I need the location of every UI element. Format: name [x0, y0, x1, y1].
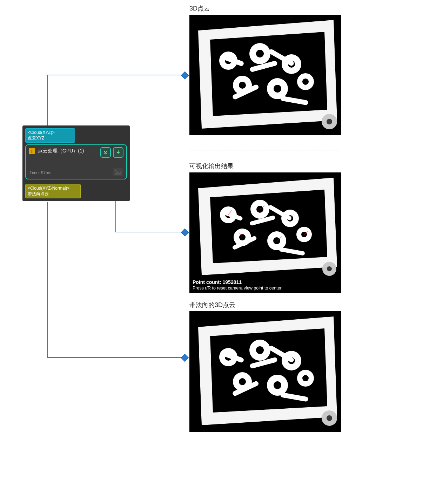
svg-point-9 — [256, 50, 264, 57]
output-port-type: <Cloud(XYZ-Normal)> — [28, 186, 78, 191]
connector-end-top — [181, 71, 189, 80]
connector-end-bottom — [181, 354, 189, 362]
svg-marker-27 — [210, 190, 327, 263]
connector-end-middle — [181, 229, 189, 237]
input-port-cloud-xyz[interactable]: <Cloud(XYZ)> 点云XYZ — [25, 128, 75, 143]
svg-point-15 — [274, 85, 281, 93]
output-port-label: 带法向点云 — [28, 191, 78, 197]
output-port-cloud-xyz-normal[interactable]: <Cloud(XYZ-Normal)> 带法向点云 — [25, 184, 81, 198]
operator-block[interactable]: ! 点云处理（GPU）(1) Time: 97ms — [25, 144, 127, 179]
svg-point-59 — [256, 346, 264, 354]
svg-point-63 — [239, 378, 246, 385]
svg-marker-55 — [210, 328, 327, 413]
svg-point-52 — [327, 266, 332, 271]
diagram-root: <Cloud(XYZ)> 点云XYZ ! 点云处理（GPU）(1) — [0, 0, 423, 504]
thumbnail-icon — [113, 168, 123, 176]
svg-point-65 — [274, 381, 281, 389]
pointcloud-view-with-normals[interactable] — [189, 311, 341, 432]
pointcloud-view-output[interactable]: Point count: 1952011 Press r/R to reset … — [189, 172, 341, 293]
operator-time-label: Time: 97ms — [29, 170, 51, 175]
operator-title: 点云处理（GPU）(1) — [38, 148, 84, 154]
download-button[interactable] — [113, 147, 123, 158]
svg-point-74 — [327, 415, 332, 421]
point-count-text: Point count: 1952011 — [193, 279, 282, 285]
section-divider — [189, 150, 340, 150]
svg-point-13 — [239, 82, 246, 89]
svg-point-2 — [115, 170, 116, 171]
processing-node: <Cloud(XYZ)> 点云XYZ ! 点云处理（GPU）(1) — [22, 125, 130, 201]
svg-point-17 — [302, 79, 309, 85]
expand-button[interactable] — [100, 147, 111, 158]
svg-point-24 — [327, 119, 332, 124]
panel-title-3d-pointcloud-with-normal: 带法向的3D点云 — [189, 301, 235, 309]
panel-title-visual-output: 可视化输出结果 — [189, 162, 234, 170]
svg-marker-5 — [210, 32, 327, 116]
warning-icon: ! — [29, 148, 35, 154]
input-port-type: <Cloud(XYZ)> — [28, 130, 73, 135]
pointcloud-view-3d[interactable] — [189, 15, 341, 135]
pointcloud-image-placeholder — [190, 173, 341, 293]
input-port-label: 点云XYZ — [28, 136, 73, 141]
pointcloud-image-placeholder — [190, 15, 341, 135]
panel-title-3d-pointcloud: 3D点云 — [189, 4, 210, 13]
reset-hint-text: Press r/R to reset camera view point to … — [193, 286, 282, 291]
pointcloud-image-placeholder — [190, 312, 341, 431]
svg-point-67 — [302, 375, 309, 381]
overlay-text: Point count: 1952011 Press r/R to reset … — [193, 279, 282, 291]
